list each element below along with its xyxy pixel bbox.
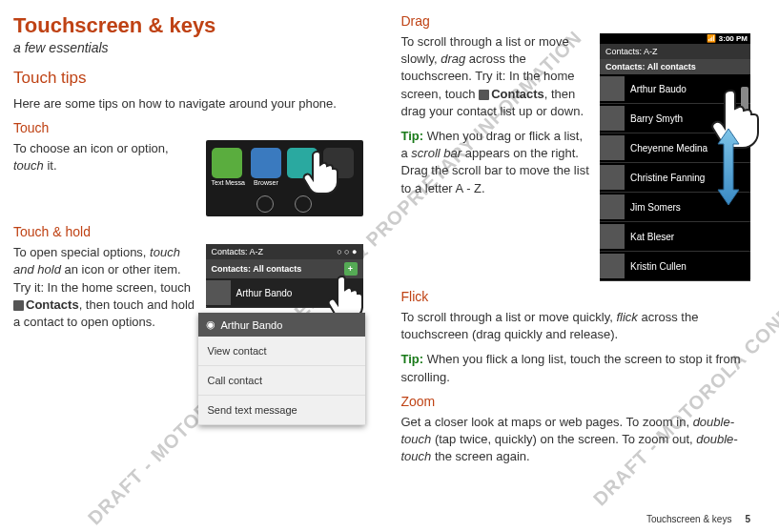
contact-row[interactable]: Kat Bleser: [600, 222, 750, 252]
contact-name: Kristin Cullen: [630, 261, 750, 272]
app-drawer-icon: [295, 195, 312, 213]
menu-item-call-contact[interactable]: Call contact: [198, 366, 365, 396]
touch-hold-screenshot: Contacts: A-Z○ ○ ● Contacts: All contact…: [206, 244, 363, 308]
context-menu-title: ◉ Arthur Bando: [198, 313, 365, 337]
drag-tip: Tip: When you drag or flick a list, a sc…: [401, 128, 591, 197]
context-menu: ◉ Arthur Bando View contact Call contact…: [198, 313, 365, 425]
status-bar: 📶 3:00 PM: [600, 33, 750, 44]
touch-screenshot: Text Messa Browser: [206, 140, 363, 216]
page-number: 5: [745, 514, 750, 524]
contacts-icon: [479, 90, 489, 100]
heading-flick: Flick: [401, 289, 751, 304]
avatar: [600, 254, 625, 278]
app-icon-browser: [251, 148, 281, 178]
avatar: [600, 135, 625, 160]
drag-arrow-icon: [716, 129, 741, 205]
avatar: [600, 194, 625, 219]
page-footer: Touchscreen & keys5: [646, 514, 750, 524]
dialer-icon: [256, 195, 274, 213]
person-icon: ◉: [206, 318, 215, 331]
heading-touch: Touch: [13, 120, 363, 135]
app-label: Text Messa: [212, 179, 245, 186]
avatar: [600, 224, 625, 249]
zoom-paragraph: Get a closer look at maps or web pages. …: [401, 414, 751, 466]
drag-screenshot: 📶 3:00 PM Contacts: A-Z Contacts: All co…: [600, 33, 750, 281]
section-touch-tips: Touch tips: [13, 69, 363, 88]
left-column: Touchscreen & keys a few essentials Touc…: [13, 13, 363, 473]
heading-touch-hold: Touch & hold: [13, 224, 363, 239]
app-icon-text-messaging: [212, 148, 242, 178]
avatar: [206, 280, 231, 305]
flick-tip: Tip: When you flick a long list, touch t…: [401, 351, 751, 385]
app-label: Browser: [251, 179, 281, 186]
heading-drag: Drag: [401, 13, 751, 29]
touch-paragraph: To choose an icon or option, touch it.: [13, 140, 196, 174]
avatar: [600, 165, 625, 190]
avatar: [600, 106, 625, 131]
avatar: [600, 76, 625, 101]
heading-zoom: Zoom: [401, 394, 751, 409]
contacts-header-all: Contacts: All contacts: [600, 59, 750, 74]
right-column: Drag To scroll through a list or move sl…: [401, 13, 751, 473]
contacts-header-az: Contacts: A-Z○ ○ ●: [206, 244, 363, 259]
hand-drag-icon: [703, 83, 779, 169]
menu-item-view-contact[interactable]: View contact: [198, 337, 365, 366]
signal-icon: 📶: [707, 34, 716, 43]
flick-paragraph: To scroll through a list or move quickly…: [401, 309, 751, 343]
menu-item-send-text[interactable]: Send text message: [198, 396, 365, 425]
page-title: Touchscreen & keys: [13, 13, 363, 38]
contacts-icon: [13, 300, 24, 311]
drag-paragraph: To scroll through a list or move slowly,…: [401, 33, 591, 120]
page-subtitle: a few essentials: [13, 40, 363, 55]
touch-hold-paragraph: To open special options, touch and hold …: [13, 244, 196, 331]
contacts-header-az: Contacts: A-Z: [600, 44, 750, 59]
contact-name: Kat Bleser: [630, 232, 750, 242]
tips-intro: Here are some tips on how to navigate ar…: [13, 95, 363, 113]
hand-pointer-icon: [300, 146, 346, 195]
contact-row[interactable]: Kristin Cullen: [600, 252, 750, 281]
